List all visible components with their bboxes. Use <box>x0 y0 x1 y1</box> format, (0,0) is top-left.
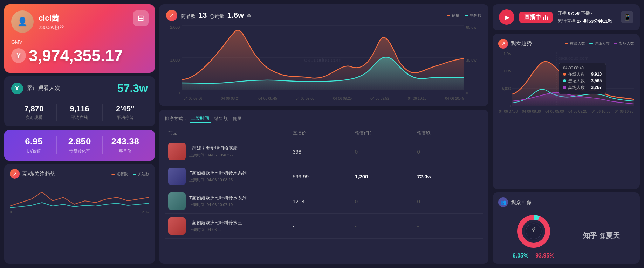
gmv-amount: 3,974,355.17 <box>29 46 123 65</box>
amt-3: 0 <box>417 198 479 204</box>
male-pct: 6.05% <box>513 253 528 259</box>
trend-header: ↗ 互动/关注趋势 点赞数 关注数 <box>10 169 149 179</box>
eye-icon: 👁 <box>14 85 20 92</box>
col-qty: 销售(件) <box>355 130 417 136</box>
price-3: 1218 <box>293 198 355 204</box>
main-chart-card: ↗ 商品数 13 总销量 1.6w 单 销量 销售额 <box>159 4 488 106</box>
audience-pct-row: 6.05% 93.95% <box>513 253 555 259</box>
metric-conversion-val: 2.850 <box>57 136 102 147</box>
legend-enter: 进场人数 <box>589 41 610 46</box>
price-1: 398 <box>293 149 355 155</box>
sort-by-sales[interactable]: 销售额 <box>213 115 229 122</box>
prod-name-2: F茜如娇欧洲七叶树铃水系列 <box>189 170 247 176</box>
audience-icon: 👥 <box>498 197 508 207</box>
phone-button[interactable]: 📱 <box>621 11 633 23</box>
prod-info-2: F茜如娇欧洲七叶树铃水系列 上架时间: 04-06 10:08:25 <box>168 168 293 185</box>
live-start-time: 07:58 <box>568 10 580 16</box>
audience-title: 观众画像 <box>511 199 532 206</box>
metrics-card: 6.95 UV价值 2.850 带货转化率 243.38 客单价 <box>4 130 155 161</box>
live-start-label: 开播 <box>557 10 567 16</box>
stats-title-row: 👁 累计观看人次 <box>11 83 60 94</box>
trend-icon: ↗ <box>10 169 20 179</box>
live-bar-3 <box>547 16 548 20</box>
prod-name-3: T茜如娇欧洲七叶树铃水系列 <box>189 195 247 201</box>
watch-title: 观看趋势 <box>511 40 532 47</box>
page-watermark: 知乎 @夏天 <box>583 231 620 240</box>
stat-avg-stay: 2′45″ 平均停留 <box>103 104 148 121</box>
table-row: F茜如娇欧洲七叶树铃水三... 上架时间: 04-06 ... - - - <box>165 214 483 239</box>
audience-card: 👥 观众画像 ⚥ 6.05% 93.95% <box>493 192 640 264</box>
live-bar-1 <box>543 17 544 20</box>
profile-info: cici茜 230.3w粉丝 <box>39 13 148 31</box>
watch-header: ↗ 观看趋势 在线人数 进场人数 离场人数 <box>498 39 634 49</box>
y-axis-right: 60.0w 30.0w 0 <box>464 25 481 95</box>
metrics-row: 6.95 UV价值 2.850 带货转化率 243.38 客单价 <box>11 136 148 154</box>
amt-1: 0 <box>417 149 479 155</box>
gmv-value: ¥ 3,974,355.17 <box>11 46 148 65</box>
chart-meta: 商品数 13 总销量 1.6w 单 <box>181 11 252 20</box>
sort-by-time[interactable]: 上架时间 <box>190 114 211 123</box>
metric-uv-lbl: UV价值 <box>11 148 56 154</box>
trend-legend: 点赞数 关注数 <box>111 171 149 177</box>
gmv-label: GMV <box>11 39 148 45</box>
prod-time-1: 上架时间: 04-06 10:46:55 <box>189 153 238 158</box>
qr-icon: ⊞ <box>138 14 144 23</box>
stat-avg-online-val: 9,116 <box>57 104 102 113</box>
watch-svg-wrap: 04-06 08:40 在线人数 9,910 进场人数 3,565 <box>512 52 634 108</box>
product-table-card: 排序方式： 上架时间 销售额 佣量 商品 直播价 销售(件) 销售额 F芮妮卡奢… <box>159 110 488 264</box>
profile-fans: 230.3w粉丝 <box>39 24 148 31</box>
watch-legend: 在线人数 进场人数 离场人数 <box>565 41 634 46</box>
live-status-line1: 开播 07:58 下播 - <box>557 9 616 17</box>
sales-unit: 单 <box>247 13 252 20</box>
stat-realtime: 7,870 实时观看 <box>11 104 57 121</box>
sort-by-qty[interactable]: 佣量 <box>231 115 243 122</box>
prod-info-4: F茜如娇欧洲七叶树铃水三... 上架时间: 04-06 ... <box>168 217 293 235</box>
stat-avg-stay-lbl: 平均停留 <box>103 115 148 121</box>
legend-likes-dot <box>111 174 115 175</box>
sales-value: 1.6w <box>227 11 244 20</box>
table-row: F芮妮卡奢华弹润粉底霜 上架时间: 04-06 10:46:55 398 0 0 <box>165 139 483 164</box>
stat-realtime-val: 7,870 <box>11 104 56 113</box>
trend-title: 互动/关注趋势 <box>22 171 55 177</box>
cumulative-views-value: 57.3w <box>117 82 148 95</box>
live-status-line2: 累计直播 2小时53分钟11秒 <box>557 17 616 25</box>
legend-online-dot <box>565 43 568 44</box>
watch-watermark: daduoduo.com <box>558 56 588 61</box>
qr-button[interactable]: ⊞ <box>133 10 149 26</box>
qty-4: - <box>355 223 417 229</box>
trend-y-labels: 0 2.0w <box>10 210 149 214</box>
legend-leave: 离场人数 <box>614 41 634 46</box>
chart-header: ↗ 商品数 13 总销量 1.6w 单 销量 销售额 <box>166 10 481 21</box>
profile-card: 👤 cici茜 230.3w粉丝 ⊞ GMV ¥ 3,974,355.17 <box>4 4 155 73</box>
watch-x-axis: 04-06 07:58 04-06 08:30 04-06 09:00 04-0… <box>498 110 634 113</box>
legend-sales-amt-dot <box>465 15 468 16</box>
legend-online-label: 在线人数 <box>570 41 585 46</box>
watch-icon: ↗ <box>498 39 508 49</box>
x-axis: 04-06 07:56 04-06 08:24 04-06 08:45 04-0… <box>166 97 481 100</box>
chart-legend: 销量 销售额 <box>447 13 481 18</box>
stats-row: 7,870 实时观看 9,116 平均在线 2′45″ 平均停留 <box>11 100 148 121</box>
prod-thumb-2 <box>168 168 186 185</box>
live-card: ▶ 直播中 开播 07:58 下播 - 累计直播 2小时53分钟11秒 📱 <box>493 4 640 30</box>
metric-conversion: 2.850 带货转化率 <box>57 136 102 154</box>
cumulative-views-card: 👁 累计观看人次 57.3w 7,870 实时观看 9,116 平均在线 2′4… <box>4 76 155 126</box>
col-amount: 销售额 <box>417 130 479 136</box>
amt-2: 72.0w <box>417 174 479 179</box>
legend-follows: 关注数 <box>133 171 149 177</box>
female-pct: 93.95% <box>535 253 554 259</box>
right-column: ▶ 直播中 开播 07:58 下播 - 累计直播 2小时53分钟11秒 📱 <box>493 4 640 264</box>
cumulative-views-title: 累计观看人次 <box>27 85 60 92</box>
sort-row: 排序方式： 上架时间 销售额 佣量 <box>165 114 483 123</box>
amt-4: - <box>417 223 479 229</box>
main-chart-area: 2,000 1,000 0 <box>166 25 481 95</box>
play-button[interactable]: ▶ <box>499 9 514 25</box>
live-duration-label: 累计直播 <box>557 19 576 24</box>
price-4: - <box>293 223 355 229</box>
metric-uv: 6.95 UV价值 <box>11 136 57 154</box>
chart-svg-wrap: daduoduo.com <box>182 25 464 95</box>
live-badge: 直播中 <box>519 12 553 23</box>
product-count: 13 <box>198 11 207 20</box>
watch-trend-card: ↗ 观看趋势 在线人数 进场人数 离场人数 <box>493 34 640 189</box>
legend-enter-dot <box>589 43 593 44</box>
metric-conversion-lbl: 带货转化率 <box>57 148 102 154</box>
